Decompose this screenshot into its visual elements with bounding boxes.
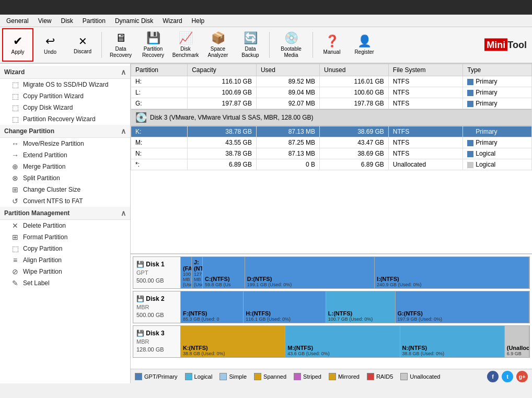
table-row[interactable]: K: 38.78 GB 87.13 MB 38.69 GB NTFS Prima… — [131, 126, 532, 137]
disk-row-disk2: 💾 Disk 2MBR500.00 GBF:(NTFS)85.3 GB (Use… — [133, 291, 530, 323]
disk-size: 500.00 GB — [136, 277, 177, 285]
part-name: (Unallocate — [507, 345, 527, 351]
manual-button[interactable]: ❓ Manual — [316, 28, 348, 62]
discard-button[interactable]: ✕ Discard — [67, 28, 98, 62]
disk-partition[interactable]: (FAT)100 MB (Use — [181, 257, 192, 288]
discard-label: Discard — [74, 49, 91, 55]
disk-partition[interactable]: J:(NTFS)127 MB (Use — [192, 257, 203, 288]
space-analyzer-button[interactable]: 📦 Space Analyzer — [202, 28, 234, 62]
social-facebook-button[interactable]: f — [487, 371, 499, 382]
sidebar-item-copy-partition-wizard[interactable]: ⬚ Copy Partition Wizard — [0, 90, 130, 102]
part-name: J:(NTFS) — [194, 259, 200, 272]
disk-partition[interactable]: (Unallocate6.9 GB — [505, 326, 529, 357]
part-info: 100 MB (Use — [183, 272, 189, 287]
partition-recovery-label: Partition Recovery — [141, 46, 166, 58]
partition-recovery-button[interactable]: 💾 Partition Recovery — [137, 28, 169, 62]
disk-map-rows: 💾 Disk 1GPT500.00 GB(FAT)100 MB (UseJ:(N… — [133, 256, 530, 358]
undo-label: Undo — [44, 49, 56, 55]
social-googleplus-button[interactable]: g+ — [516, 371, 528, 382]
sidebar-item-partition-recovery-wizard[interactable]: ⬚ Partition Recovery Wizard — [0, 113, 130, 125]
disk-partition[interactable]: G:(NTFS)197.9 GB (Used: 0%) — [396, 291, 529, 323]
disk-partition[interactable]: H:(NTFS)116.1 GB (Used: 0%) — [244, 291, 326, 323]
table-row[interactable]: N: 38.78 GB 87.13 MB 38.69 GB NTFS Logic… — [131, 148, 532, 159]
disk-row-disk1: 💾 Disk 1GPT500.00 GB(FAT)100 MB (UseJ:(N… — [133, 256, 530, 289]
legend-color — [135, 373, 142, 380]
part-info: 59.8 GB (Us — [205, 282, 242, 287]
cell-type: Primary — [463, 98, 532, 109]
part-info: 197.9 GB (Used: 0%) — [398, 317, 527, 322]
menu-item-partition[interactable]: Partition — [78, 16, 110, 26]
align-label: Align Partition — [23, 256, 62, 264]
data-recovery-button[interactable]: 🖥 Data Recovery — [105, 28, 136, 62]
convert-ntfs-icon: ↺ — [10, 197, 20, 205]
disk-size: 128.00 GB — [136, 346, 177, 354]
manual-icon: ❓ — [325, 34, 339, 48]
set-label-label: Set Label — [23, 279, 50, 287]
undo-icon: ↩ — [45, 34, 55, 48]
menu-item-general[interactable]: General — [2, 16, 33, 26]
sidebar-item-move-resize[interactable]: ↔ Move/Resize Partition — [0, 138, 130, 149]
sidebar-item-cluster-size[interactable]: ⊞ Change Cluster Size — [0, 184, 130, 195]
menu-item-help[interactable]: Help — [188, 16, 209, 26]
disk-partition[interactable]: I:(NTFS)240.9 GB (Used: 0%) — [375, 257, 529, 288]
part-info: 6.9 GB — [507, 351, 527, 356]
disk3-icon: 💽 — [135, 112, 147, 123]
disk-partition[interactable]: F:(NTFS)85.3 GB (Used: 0 — [181, 291, 244, 323]
partition-table: Partition Capacity Used Unused File Syst… — [131, 64, 532, 170]
social-twitter-button[interactable]: t — [502, 371, 513, 382]
part-name: L:(NTFS) — [328, 310, 393, 317]
table-row[interactable]: L: 100.69 GB 89.04 MB 100.60 GB NTFS Pri… — [131, 87, 532, 98]
sidebar-item-align[interactable]: ≡ Align Partition — [0, 254, 130, 266]
partition-management-chevron: ∧ — [121, 209, 126, 217]
disk-partitions-disk3: K:(NTFS)38.8 GB (Used: 0%)M:(NTFS)43.6 G… — [180, 326, 529, 357]
cell-type: Primary — [463, 76, 532, 87]
disk-partition[interactable]: D:(NTFS)199.1 GB (Used: 0%) — [245, 257, 375, 288]
disk-partition[interactable]: M:(NTFS)43.6 GB (Used: 0%) — [285, 326, 400, 357]
cell-partition: K: — [131, 126, 188, 137]
table-row[interactable]: G: 197.87 GB 92.07 MB 197.78 GB NTFS Pri… — [131, 98, 532, 109]
convert-ntfs-label: Convert NTFS to FAT — [23, 197, 83, 205]
social-icons: ftg+ — [487, 371, 528, 382]
copy-disk-wizard-icon: ⬚ — [10, 103, 20, 112]
sidebar-item-set-label[interactable]: ✎ Set Label — [0, 277, 130, 289]
sidebar-item-copy[interactable]: ⬚ Copy Partition — [0, 243, 130, 254]
menu-item-view[interactable]: View — [34, 16, 56, 26]
sidebar-item-extend[interactable]: → Extend Partition — [0, 149, 130, 161]
sidebar-item-convert-ntfs[interactable]: ↺ Convert NTFS to FAT — [0, 195, 130, 207]
format-label: Format Partition — [23, 233, 67, 241]
disk-partition[interactable]: C:(NTFS)59.8 GB (Us — [203, 257, 245, 288]
menu-item-disk[interactable]: Disk — [57, 16, 77, 26]
disk-partition[interactable]: K:(NTFS)38.8 GB (Used: 0%) — [181, 326, 285, 357]
cell-partition: M: — [131, 137, 188, 148]
table-row[interactable]: *: 6.89 GB 0 B 6.89 GB Unallocated Logic… — [131, 159, 532, 170]
disk-benchmark-button[interactable]: 📈 Disk Benchmark — [170, 28, 201, 62]
merge-icon: ⊕ — [10, 162, 20, 171]
sidebar-item-delete[interactable]: ✕ Delete Partition — [0, 220, 130, 231]
sidebar-item-copy-disk-wizard[interactable]: ⬚ Copy Disk Wizard — [0, 102, 130, 113]
data-backup-button[interactable]: 🔄 Data Backup — [235, 28, 266, 62]
legend-item-striped: Striped — [294, 373, 321, 380]
sidebar-item-split[interactable]: ⊗ Split Partition — [0, 172, 130, 184]
apply-button[interactable]: ✔ Apply — [2, 28, 33, 62]
data-recovery-label: Data Recovery — [108, 46, 133, 58]
part-name: I:(NTFS) — [377, 276, 527, 282]
sidebar-item-wipe[interactable]: ⊘ Wipe Partition — [0, 266, 130, 277]
legend-label: Logical — [194, 373, 213, 380]
sidebar-item-migrate-os[interactable]: ⬚ Migrate OS to SSD/HD Wizard — [0, 79, 130, 90]
legend-color — [367, 373, 374, 380]
sidebar-item-format[interactable]: ⊞ Format Partition — [0, 231, 130, 243]
disk-partition[interactable]: N:(NTFS)38.8 GB (Used: 0%) — [400, 326, 505, 357]
menu-item-wizard[interactable]: Wizard — [158, 16, 186, 26]
cell-unused: 38.69 GB — [320, 126, 389, 137]
menu-item-dynamic-disk[interactable]: Dynamic Disk — [111, 16, 157, 26]
sidebar-item-merge[interactable]: ⊕ Merge Partition — [0, 161, 130, 172]
cell-type: Logical — [463, 148, 532, 159]
disk-partition[interactable]: L:(NTFS)100.7 GB (Used: 0%) — [326, 291, 396, 323]
undo-button[interactable]: ↩ Undo — [34, 28, 66, 62]
register-button[interactable]: 👤 Register — [349, 28, 380, 62]
bootable-media-button[interactable]: 💿 Bootable Media — [273, 28, 309, 62]
disk-name: 💾 Disk 3 — [136, 329, 177, 338]
table-row[interactable]: H: 116.10 GB 89.52 MB 116.01 GB NTFS Pri… — [131, 76, 532, 87]
wizard-chevron: ∧ — [121, 68, 126, 76]
table-row[interactable]: M: 43.55 GB 87.25 MB 43.47 GB NTFS Prima… — [131, 137, 532, 148]
